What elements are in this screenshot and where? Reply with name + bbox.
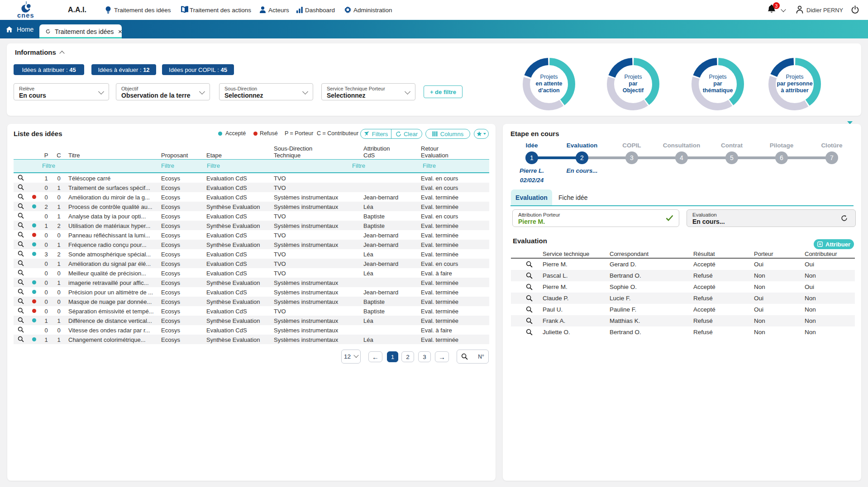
- svg-text:Projets: Projets: [625, 74, 642, 80]
- svg-text:Projets: Projets: [786, 74, 804, 80]
- svg-text:Projets: Projets: [540, 74, 558, 80]
- svg-text:par: par: [629, 80, 638, 87]
- svg-text:à attribuer: à attribuer: [781, 87, 808, 94]
- svg-text:par personne: par personne: [777, 80, 812, 87]
- svg-text:par: par: [713, 80, 722, 87]
- svg-text:cnes: cnes: [17, 12, 34, 19]
- svg-text:thématique: thématique: [703, 87, 733, 94]
- svg-text:Objectif: Objectif: [623, 87, 644, 94]
- svg-text:Projets: Projets: [709, 74, 727, 80]
- svg-text:d'action: d'action: [538, 87, 559, 94]
- svg-text:en attente: en attente: [535, 80, 562, 87]
